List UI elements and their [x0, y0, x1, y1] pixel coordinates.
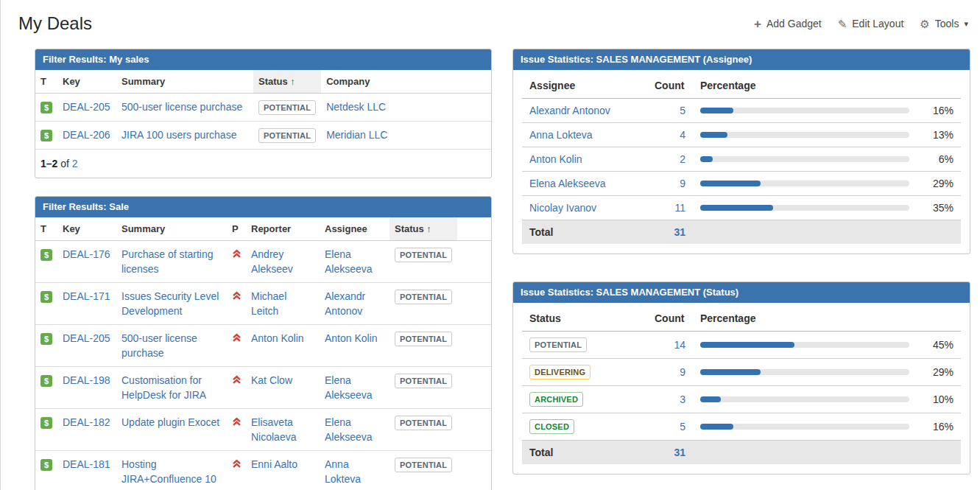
gadget-filter-sale: Filter Results: Sale T Key Summary P Rep… [35, 196, 492, 490]
percentage-bar-fill [700, 424, 733, 430]
column-header-summary[interactable]: Summary [116, 70, 253, 94]
issue-key-link[interactable]: DEAL-205 [63, 101, 110, 113]
percentage-bar-fill [700, 205, 773, 211]
sort-ascending-icon: ↑ [290, 76, 295, 87]
pagination-total-link[interactable]: 2 [72, 158, 78, 169]
status-lozenge: POTENTIAL [395, 374, 452, 388]
status-lozenge: POTENTIAL [395, 458, 452, 472]
column-header-status-sorted[interactable]: Status ↑ [389, 217, 457, 241]
total-count: 31 [647, 220, 693, 245]
gadget-title-bar[interactable]: Issue Statistics: SALES MANAGEMENT (Assi… [513, 49, 970, 70]
assignee-link[interactable]: Elena Alekseeva [325, 248, 373, 275]
assignee-link[interactable]: Anna Lokteva [325, 458, 361, 485]
column-header-filler [457, 217, 491, 241]
status-lozenge: POTENTIAL [258, 100, 316, 115]
reporter-link[interactable]: Kat Clow [251, 374, 292, 386]
percentage-bar-track [700, 396, 909, 402]
stat-assignee-link[interactable]: Elena Alekseeva [529, 178, 606, 189]
sale-type-icon: $ [40, 249, 52, 261]
column-header-reporter[interactable]: Reporter [246, 217, 320, 241]
company-link[interactable]: Meridian LLC [326, 129, 387, 141]
column-header-type[interactable]: T [35, 217, 57, 241]
column-header-key[interactable]: Key [57, 217, 116, 241]
stat-row: Elena Alekseeva 9 29% [522, 172, 961, 196]
issue-summary-link[interactable]: Customisation for HelpDesk for JIRA [121, 374, 206, 401]
assignee-link[interactable]: Elena Alekseeva [325, 374, 373, 401]
percentage-value: 16% [920, 421, 953, 433]
issue-key-link[interactable]: DEAL-206 [63, 129, 110, 141]
column-header-percentage: Percentage [693, 306, 961, 332]
issue-key-link[interactable]: DEAL-198 [63, 374, 110, 386]
column-header-company[interactable]: Company [321, 70, 491, 94]
edit-layout-button[interactable]: ✎ Edit Layout [838, 18, 904, 29]
stat-assignee-link[interactable]: Anton Kolin [529, 153, 582, 165]
issue-summary-link[interactable]: JIRA 100 users purchase [121, 129, 236, 141]
percentage-bar-fill [700, 342, 794, 348]
issue-summary-link[interactable]: Hosting JIRA+Confluence 10 [121, 458, 216, 485]
issue-key-link[interactable]: DEAL-182 [63, 416, 110, 428]
add-gadget-button[interactable]: + Add Gadget [754, 18, 822, 30]
pagination-of-label: of [60, 158, 69, 169]
percentage-bar-fill [700, 396, 721, 402]
assignee-link[interactable]: Alexandr Antonov [325, 290, 365, 317]
percentage-bar-fill [700, 132, 727, 138]
column-header-assignee[interactable]: Assignee [320, 217, 389, 241]
stat-count-link[interactable]: 5 [680, 421, 685, 433]
reporter-link[interactable]: Anton Kolin [251, 332, 304, 344]
stat-count-link[interactable]: 11 [674, 202, 685, 214]
column-header-type[interactable]: T [35, 70, 57, 94]
status-lozenge: POTENTIAL [529, 337, 587, 352]
percentage-bar-track [700, 156, 909, 162]
stat-count-link[interactable]: 2 [680, 153, 685, 165]
column-header-key[interactable]: Key [57, 70, 116, 94]
company-link[interactable]: Netdesk LLC [326, 101, 386, 113]
table-row: $ DEAL-198 Customisation for HelpDesk fo… [35, 367, 491, 409]
issue-key-link[interactable]: DEAL-205 [63, 332, 110, 344]
stat-assignee-link[interactable]: Nicolay Ivanov [529, 202, 596, 214]
gadget-title-bar[interactable]: Issue Statistics: SALES MANAGEMENT (Stat… [513, 282, 970, 303]
issue-key-link[interactable]: DEAL-176 [63, 248, 110, 260]
stat-assignee-link[interactable]: Anna Lokteva [529, 129, 593, 141]
issue-key-link[interactable]: DEAL-181 [63, 458, 110, 470]
stat-count-link[interactable]: 9 [680, 366, 685, 378]
gadget-title-bar[interactable]: Filter Results: My sales [35, 49, 491, 70]
gadget-title-bar[interactable]: Filter Results: Sale [35, 197, 491, 217]
issue-summary-link[interactable]: 500-user license purchase [121, 332, 197, 359]
gadget-filter-my-sales: Filter Results: My sales T Key Summary S… [35, 49, 492, 178]
assignee-link[interactable]: Elena Alekseeva [325, 416, 373, 443]
column-header-status-sorted[interactable]: Status ↑ [253, 70, 321, 94]
reporter-link[interactable]: Elisaveta Nicolaeva [251, 416, 296, 443]
issue-summary-link[interactable]: 500-user license purchase [121, 101, 242, 113]
sale-type-icon: $ [40, 417, 52, 429]
reporter-link[interactable]: Andrey Alekseev [251, 248, 293, 275]
percentage-bar-track [700, 424, 909, 430]
percentage-bar-track [700, 205, 909, 211]
reporter-link[interactable]: Enni Aalto [251, 458, 297, 470]
stat-count-link[interactable]: 4 [680, 129, 685, 141]
assignee-link[interactable]: Anton Kolin [325, 332, 378, 344]
reporter-link[interactable]: Michael Leitch [251, 290, 286, 317]
stat-assignee-link[interactable]: Alexandr Antonov [529, 105, 610, 116]
percentage-value: 29% [920, 366, 953, 378]
stat-row: Alexandr Antonov 5 16% [522, 99, 961, 123]
status-lozenge: POTENTIAL [395, 332, 452, 346]
stat-row: Anna Lokteva 4 13% [522, 123, 961, 147]
percentage-value: 45% [920, 339, 953, 351]
column-header-priority[interactable]: P [227, 217, 246, 241]
priority-highest-icon [232, 417, 242, 427]
stat-count-link[interactable]: 5 [680, 105, 685, 116]
issue-summary-link[interactable]: Issues Security Level Development [121, 290, 219, 317]
sale-type-icon: $ [40, 102, 52, 113]
table-header-row: Status Count Percentage [522, 306, 961, 332]
issue-summary-link[interactable]: Purchase of starting licenses [121, 248, 214, 275]
percentage-value: 29% [920, 178, 953, 189]
stat-count-link[interactable]: 3 [680, 393, 685, 405]
column-header-summary[interactable]: Summary [116, 217, 227, 241]
percentage-bar-fill [700, 181, 761, 186]
percentage-value: 16% [920, 105, 953, 116]
issue-summary-link[interactable]: Update plugin Exocet [121, 416, 219, 428]
stat-count-link[interactable]: 14 [674, 339, 685, 351]
tools-menu-button[interactable]: ⚙ Tools ▾ [920, 18, 968, 29]
issue-key-link[interactable]: DEAL-171 [63, 290, 110, 302]
stat-count-link[interactable]: 9 [680, 178, 685, 189]
